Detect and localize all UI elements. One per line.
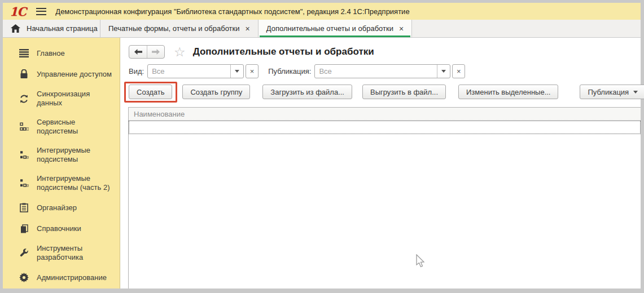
chevron-down-icon[interactable] [437,65,450,78]
catalogs-icon [19,223,29,234]
load-from-file-button[interactable]: Загрузить из файла... [262,85,352,99]
screenshot-frame: 1С Демонстрационная конфигурация "Библио… [0,0,644,293]
home-icon [11,24,20,33]
navigation-row: ☆ Дополнительные отчеты и обработки [129,45,641,59]
filter-vid-combobox[interactable]: Все [147,64,244,78]
history-nav-group [129,45,165,59]
filter-vid-clear-button[interactable]: × [246,64,259,78]
tab-home-page[interactable]: Начальная страница [3,20,100,37]
tab-label: Дополнительные отчеты и обработки [266,24,393,33]
lock-icon [19,69,29,79]
forward-button[interactable] [147,46,164,58]
organizer-icon [19,202,29,213]
tab-bar: Начальная страница Печатные формы, отчет… [3,20,641,38]
filter-row: Вид: Все × Публикация: Все × [129,64,641,78]
tab-print-forms[interactable]: Печатные формы, отчеты и обработки × [100,20,259,37]
filter-vid-label: Вид: [129,67,144,76]
tab-additional-reports[interactable]: Дополнительные отчеты и обработки × [259,20,412,37]
sidebar-item-administration[interactable]: Администрирование [3,267,120,288]
main-menu-icon[interactable] [36,8,46,15]
tab-label: Печатные формы, отчеты и обработки [108,24,240,33]
favorite-star-icon[interactable]: ☆ [174,46,186,59]
filter-publication-label: Публикация: [268,67,311,76]
filter-publication-combobox[interactable]: Все [314,64,450,78]
create-group-button[interactable]: Создать группу [182,85,250,99]
sidebar-item-catalogs[interactable]: Справочники [3,218,120,239]
table-focused-empty-row[interactable] [129,121,641,134]
tab-label: Начальная страница [27,24,98,33]
chevron-down-icon [633,91,638,94]
sidebar-item-service-subsystems[interactable]: Сервисные подсистемы [3,113,120,141]
sidebar-item-access-control[interactable]: Управление доступом [3,64,120,85]
gear-icon [19,272,29,283]
publication-menu-button[interactable]: Публикация [580,85,644,99]
sidebar-item-goods-turnover[interactable]: Товарооборот [3,288,120,288]
tab-close-icon[interactable]: × [246,25,250,33]
column-header-name: Наименование [129,110,185,118]
command-bar: Создать Создать группу Загрузить из файл… [129,85,641,99]
table-body-empty[interactable] [129,134,641,288]
filter-publication-value: Все [315,65,437,78]
1c-logo-icon: 1С [10,6,26,17]
page-title: Дополнительные отчеты и обработки [193,46,374,57]
sidebar-item-integrated-subsystems[interactable]: Интегрируемые подсистемы [3,141,120,169]
table-header-row[interactable]: Наименование [129,108,641,121]
sidebar-item-integrated-subsystems-2[interactable]: Интегрируемые подсистемы (часть 2) [3,169,120,197]
tab-close-icon[interactable]: × [399,25,404,33]
reports-table: Наименование [128,107,641,288]
window-title: Демонстрационная конфигурация "Библиотек… [55,7,409,16]
filter-vid-value: Все [148,65,230,78]
chevron-down-icon[interactable] [230,65,243,78]
main-panel: ☆ Дополнительные отчеты и обработки Вид:… [120,38,641,288]
integrated-subsystems-icon [19,150,29,161]
export-to-file-button[interactable]: Выгрузить в файл... [362,85,446,99]
app-window: 1С Демонстрационная конфигурация "Библио… [3,3,641,288]
service-subsystems-icon [19,122,29,132]
integrated-subsystems2-icon [19,178,29,189]
edit-selected-button[interactable]: Изменить выделенные... [458,85,558,99]
sidebar-item-main[interactable]: Главное [3,43,120,64]
sections-sidebar: Главное Управление доступом Синхронизаци… [3,38,120,288]
menu-icon [19,48,29,59]
title-bar: 1С Демонстрационная конфигурация "Библио… [3,3,641,20]
create-button[interactable]: Создать [129,85,172,99]
sidebar-item-developer-tools[interactable]: Инструменты разработчика [3,239,120,267]
wrench-icon [19,248,29,259]
sync-icon [19,94,29,104]
back-button[interactable] [129,46,147,58]
filter-publication-clear-button[interactable]: × [452,64,465,78]
sidebar-item-organizer[interactable]: Органайзер [3,197,120,218]
sidebar-item-data-sync[interactable]: Синхронизация данных [3,85,120,113]
